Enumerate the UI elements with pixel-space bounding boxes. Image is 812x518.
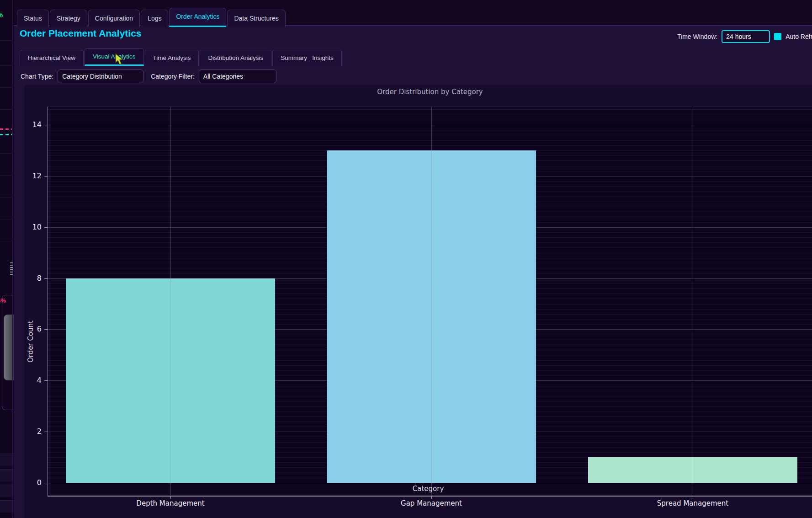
tab-strategy[interactable]: Strategy [50, 10, 87, 27]
divider [0, 153, 12, 154]
list-item [0, 500, 14, 513]
chart-type-select[interactable]: Category Distribution [58, 69, 143, 83]
subtab-hierarchical-view[interactable]: Hierarchical View [20, 50, 84, 66]
tab-status[interactable]: Status [17, 10, 49, 27]
subtab-time-analysis[interactable]: Time Analysis [145, 50, 199, 66]
tab-logs[interactable]: Logs [141, 10, 168, 27]
minor-gridline [48, 222, 812, 223]
minor-gridline [48, 181, 812, 182]
splitter-grip-handle[interactable] [10, 262, 13, 275]
minor-gridline [48, 462, 812, 463]
minor-gridline [48, 212, 812, 212]
minor-gridline [48, 478, 812, 478]
background-percent-green: % [0, 11, 3, 19]
divider [0, 219, 12, 219]
y-tick-label: 0 [23, 478, 42, 487]
minor-gridline [48, 319, 812, 320]
x-tick-label: Depth Management [116, 499, 225, 507]
list-item [0, 485, 14, 497]
minor-gridline [48, 396, 812, 396]
minor-gridline [48, 437, 812, 437]
y-tick-mark [44, 380, 48, 381]
minor-gridline [48, 283, 812, 284]
minor-gridline [48, 232, 812, 233]
list-item [0, 454, 14, 466]
time-window-label: Time Window: [677, 33, 717, 40]
minor-gridline [48, 370, 812, 371]
x-tick-label: Spread Management [638, 499, 748, 507]
chart-title: Order Distribution by Category [293, 88, 567, 96]
minor-gridline [48, 294, 812, 294]
minor-gridline [48, 166, 812, 166]
divider [0, 109, 12, 110]
tab-data-structures[interactable]: Data Structures [227, 10, 285, 27]
divider [0, 87, 12, 88]
y-tick-label: 4 [23, 376, 42, 384]
y-tick-label: 8 [23, 274, 42, 283]
minor-gridline [48, 442, 812, 443]
minor-gridline [48, 242, 812, 243]
minor-gridline [48, 447, 812, 448]
time-window-input[interactable] [722, 30, 770, 43]
x-tick-mark [693, 497, 693, 499]
minor-gridline [48, 217, 812, 217]
divider [0, 175, 12, 176]
minor-gridline [48, 115, 812, 115]
minor-gridline [48, 263, 812, 263]
minor-gridline [48, 427, 812, 427]
minor-gridline [48, 171, 812, 171]
minor-gridline [48, 130, 812, 130]
list-item [0, 469, 14, 481]
chart-figure: Order Distribution by Category Order Cou… [24, 85, 812, 518]
divider [0, 40, 12, 41]
minor-gridline [48, 452, 812, 453]
subtab-distribution-analysis[interactable]: Distribution Analysis [200, 50, 271, 66]
main-tab-bar: Status Strategy Configuration Logs Order… [17, 8, 286, 27]
y-tick-mark [44, 483, 48, 483]
minor-gridline [48, 375, 812, 376]
subtab-visual-analytics[interactable]: Visual Analytics [85, 48, 144, 66]
minor-gridline [48, 160, 812, 161]
category-filter-select[interactable]: All Categories [199, 69, 276, 83]
tab-order-analytics[interactable]: Order Analytics [169, 8, 226, 27]
divider [0, 65, 12, 66]
divider [0, 197, 12, 198]
minor-gridline [48, 155, 812, 156]
major-gridline [48, 227, 812, 228]
minor-gridline [48, 391, 812, 391]
minor-gridline [48, 202, 812, 202]
dashed-line-pink [0, 128, 12, 130]
tab-configuration[interactable]: Configuration [88, 10, 140, 27]
minor-gridline [48, 493, 812, 493]
analytics-subtab-bar: Hierarchical View Visual Analytics Time … [20, 48, 342, 66]
auto-refresh-checkbox[interactable] [774, 33, 781, 40]
dashed-line-cyan [0, 134, 12, 135]
y-tick-label: 2 [23, 427, 42, 436]
minor-gridline [48, 247, 812, 248]
category-filter-label: Category Filter: [151, 73, 195, 80]
y-tick-mark [44, 278, 48, 279]
minor-gridline [48, 457, 812, 458]
minor-gridline [48, 207, 812, 207]
x-tick-mark [170, 497, 171, 499]
y-tick-mark [44, 432, 48, 432]
vertical-gridline [170, 107, 171, 496]
minor-gridline [48, 197, 812, 197]
order-analytics-panel: Order Placement Analytics Time Window: A… [14, 25, 812, 518]
y-tick-mark [44, 125, 48, 125]
divider [0, 241, 12, 241]
major-gridline [48, 432, 812, 432]
chart-controls: Chart Type: Category Distribution Catego… [21, 69, 276, 83]
y-tick-label: 10 [23, 223, 42, 231]
plot-area: Depth ManagementGap ManagementSpread Man… [48, 107, 812, 497]
x-axis-label: Category [401, 485, 456, 493]
app-window: { "window": { "tabs": ["Status", "Strate… [0, 0, 812, 518]
y-axis-label: Order Count [27, 296, 35, 387]
subtab-summary-insights[interactable]: Summary _Insights [272, 50, 342, 66]
minor-gridline [48, 253, 812, 253]
minor-gridline [48, 350, 812, 350]
minor-gridline [48, 191, 812, 192]
minor-gridline [48, 273, 812, 273]
major-gridline [48, 125, 812, 125]
pane-splitter[interactable] [12, 0, 13, 518]
